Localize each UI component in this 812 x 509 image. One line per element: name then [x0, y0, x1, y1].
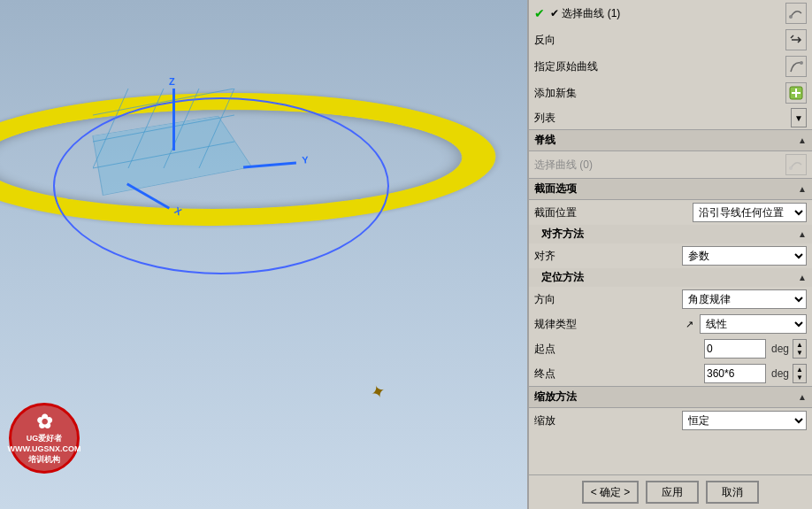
- watermark-line3: 培训机构: [28, 455, 60, 466]
- alignment-select[interactable]: 参数: [682, 246, 807, 266]
- specify-icon: [789, 59, 803, 73]
- spine-curve-btn[interactable]: [785, 154, 807, 175]
- alignment-title: 对齐方法: [541, 227, 798, 242]
- direction-select[interactable]: 角度规律: [682, 289, 807, 309]
- main-area: ✦ ✿ UG爱好者 WWW.UGSNX.COM 培训机构 ↖ ○ ⌒ □ 〜: [0, 0, 812, 509]
- scale-row: 缩放 恒定: [529, 408, 812, 433]
- watermark-line1: UG爱好者: [27, 434, 63, 444]
- svg-point-7: [789, 15, 793, 19]
- end-input[interactable]: [704, 364, 766, 383]
- orientation-title: 定位方法: [541, 270, 798, 285]
- spine-select-label: 选择曲线 (0): [534, 158, 655, 173]
- cross-section-position-label: 截面位置: [534, 205, 577, 220]
- check-icon: ✔: [534, 6, 545, 20]
- end-label: 终点: [534, 366, 555, 382]
- watermark: ✿ UG爱好者 WWW.UGSNX.COM 培训机构: [9, 403, 80, 474]
- end-row: 终点 deg ▲▼: [529, 361, 812, 386]
- scene-background: ✦ ✿ UG爱好者 WWW.UGSNX.COM 培训机构: [0, 0, 527, 509]
- watermark-line2: WWW.UGSNX.COM: [8, 444, 81, 455]
- select-curve-label: ✔ 选择曲线 (1): [550, 6, 780, 21]
- curve-icon-btn[interactable]: [785, 3, 807, 24]
- cross-section-header[interactable]: 截面选项 ▲: [529, 178, 812, 200]
- reverse-btn[interactable]: [785, 29, 807, 50]
- reverse-label: 反向: [534, 33, 555, 48]
- add-icon: [789, 86, 803, 100]
- viewport[interactable]: ✦ ✿ UG爱好者 WWW.UGSNX.COM 培训机构 ↖ ○ ⌒ □ 〜: [0, 0, 527, 509]
- specify-btn[interactable]: [785, 56, 807, 77]
- cross-section-collapse-icon: ▲: [798, 184, 807, 194]
- cross-section-position-row: 截面位置 沿引导线任何位置: [529, 200, 812, 225]
- scale-section-header[interactable]: 缩放方法 ▲: [529, 386, 812, 408]
- start-unit: deg: [771, 343, 789, 355]
- right-panel: ✔ ✔ 选择曲线 (1) 反向: [527, 0, 812, 509]
- end-spin[interactable]: ▲▼: [793, 364, 807, 383]
- apply-button[interactable]: 应用: [646, 481, 699, 504]
- alignment-row: 对齐 参数: [529, 243, 812, 268]
- list-label: 列表: [534, 111, 555, 126]
- law-type-row: 规律类型 ↗ 线性: [529, 312, 812, 336]
- law-type-label: 规律类型: [534, 317, 577, 332]
- alignment-collapse-icon: ▲: [798, 229, 807, 239]
- list-expand-btn[interactable]: ▼: [791, 108, 807, 127]
- spine-section-header[interactable]: 脊线 ▲: [529, 129, 812, 151]
- scroll-spacer: [529, 433, 812, 459]
- specify-original-row: 指定原始曲线: [529, 53, 812, 80]
- z-axis: [172, 89, 175, 150]
- inner-circle: [53, 97, 389, 274]
- panel-scroll: ✔ ✔ 选择曲线 (1) 反向: [529, 0, 812, 474]
- orientation-subsection-header[interactable]: 定位方法 ▲: [529, 268, 812, 287]
- cancel-button[interactable]: 取消: [706, 481, 759, 504]
- scale-title: 缩放方法: [534, 389, 798, 405]
- svg-point-12: [789, 166, 793, 170]
- alignment-subsection-header[interactable]: 对齐方法 ▲: [529, 225, 812, 243]
- scale-collapse-icon: ▲: [798, 392, 807, 402]
- alignment-label: 对齐: [534, 249, 555, 264]
- spine-collapse-icon: ▲: [798, 135, 807, 145]
- spine-title: 脊线: [534, 133, 798, 148]
- reverse-icon: [789, 33, 803, 47]
- cross-section-title: 截面选项: [534, 181, 798, 197]
- spine-select-row: 选择曲线 (0): [529, 151, 812, 178]
- cross-section-position-select[interactable]: 沿引导线任何位置: [693, 203, 807, 222]
- select-curve-row: ✔ ✔ 选择曲线 (1): [529, 0, 812, 27]
- scale-label: 缩放: [534, 413, 555, 428]
- start-spin[interactable]: ▲▼: [793, 339, 807, 359]
- direction-row: 方向 角度规律: [529, 287, 812, 312]
- orientation-collapse-icon: ▲: [798, 273, 807, 282]
- add-new-set-btn[interactable]: [785, 82, 807, 104]
- confirm-button[interactable]: < 确定 >: [582, 481, 640, 504]
- end-unit: deg: [771, 367, 789, 380]
- scale-select[interactable]: 恒定: [682, 411, 807, 430]
- start-label: 起点: [534, 342, 555, 357]
- start-row: 起点 deg ▲▼: [529, 336, 812, 361]
- svg-point-8: [800, 61, 803, 65]
- torus-marker: ✦: [367, 380, 388, 405]
- list-row: 列表 ▼: [529, 106, 812, 129]
- reverse-row: 反向: [529, 27, 812, 53]
- add-new-set-label: 添加新集: [534, 86, 577, 101]
- start-input[interactable]: [704, 339, 766, 359]
- add-new-set-row: 添加新集: [529, 80, 812, 106]
- direction-label: 方向: [534, 292, 555, 307]
- law-type-select[interactable]: 线性: [700, 314, 807, 334]
- bottom-buttons: < 确定 > 应用 取消: [529, 474, 812, 509]
- curve-icon: [789, 6, 803, 20]
- spine-icon: [789, 158, 803, 172]
- specify-original-label: 指定原始曲线: [534, 59, 598, 74]
